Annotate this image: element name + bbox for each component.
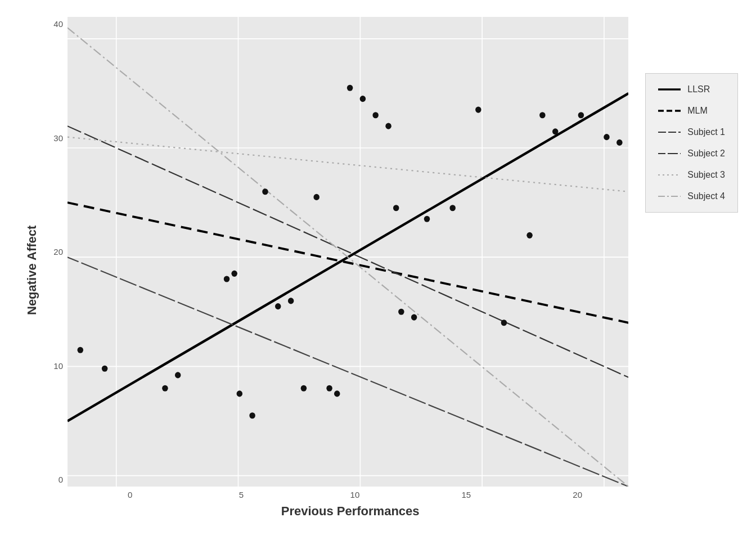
svg-point-41	[475, 107, 481, 113]
svg-point-32	[347, 85, 353, 91]
legend-item-subject2: Subject 2	[658, 148, 725, 159]
svg-point-30	[326, 385, 332, 392]
svg-point-25	[262, 188, 268, 195]
svg-point-48	[616, 140, 622, 146]
y-tick-30: 30	[46, 134, 63, 142]
legend-item-mlm: MLM	[658, 105, 725, 116]
plot-with-axes: 0 10 20 30 40	[46, 17, 628, 523]
svg-point-33	[360, 96, 366, 102]
legend-label-mlm: MLM	[687, 106, 708, 116]
legend-item-llsr: LLSR	[658, 84, 725, 95]
svg-point-27	[288, 298, 294, 304]
svg-point-24	[249, 412, 255, 418]
y-tick-labels: 0 10 20 30 40	[46, 17, 68, 487]
svg-point-37	[398, 309, 404, 315]
legend-label-subject3: Subject 3	[687, 170, 725, 180]
svg-point-34	[372, 112, 378, 118]
svg-point-44	[539, 112, 545, 118]
y-tick-0: 0	[46, 475, 63, 484]
svg-point-45	[552, 128, 558, 134]
svg-point-39	[424, 216, 430, 222]
svg-point-35	[385, 123, 391, 129]
legend-line-llsr	[658, 84, 681, 95]
y-tick-10: 10	[46, 362, 63, 370]
svg-point-19	[162, 385, 168, 392]
y-tick-20: 20	[46, 248, 63, 256]
svg-point-29	[313, 194, 319, 200]
legend-line-subject4	[658, 191, 681, 202]
svg-point-36	[393, 205, 399, 211]
svg-point-17	[78, 347, 83, 353]
svg-point-31	[334, 390, 340, 397]
svg-point-43	[526, 232, 532, 238]
x-axis-label: Previous Performances	[72, 500, 628, 523]
plot-svg	[68, 17, 628, 487]
chart-container: Negative Affect 0 10 20 30 40	[18, 17, 738, 523]
legend-label-subject2: Subject 2	[687, 148, 725, 159]
legend-item-subject1: Subject 1	[658, 127, 725, 138]
y-tick-40: 40	[46, 20, 63, 28]
svg-point-42	[501, 320, 507, 326]
chart-area: Negative Affect 0 10 20 30 40	[18, 17, 628, 523]
legend-line-subject1	[658, 127, 681, 138]
svg-point-26	[275, 303, 281, 309]
svg-point-23	[237, 390, 242, 397]
x-axis-area: 0 5 10 15 20	[72, 487, 628, 500]
svg-point-47	[604, 134, 609, 140]
svg-point-20	[175, 372, 181, 378]
svg-point-22	[231, 271, 237, 277]
legend-line-subject2	[658, 148, 681, 159]
svg-point-18	[102, 366, 107, 372]
svg-point-21	[224, 276, 230, 282]
plot-svg-container	[68, 17, 628, 487]
legend-line-mlm	[658, 105, 681, 116]
plot-row: 0 10 20 30 40	[46, 17, 628, 487]
legend-line-subject3	[658, 169, 681, 181]
legend-label-llsr: LLSR	[687, 84, 710, 94]
legend: LLSR MLM Subject 1 Subject 2	[645, 73, 738, 213]
svg-point-38	[411, 314, 417, 320]
legend-item-subject3: Subject 3	[658, 169, 725, 181]
svg-point-40	[449, 205, 455, 211]
chart-inner: Negative Affect 0 10 20 30 40	[18, 17, 628, 523]
svg-point-46	[578, 112, 584, 118]
svg-point-28	[301, 385, 307, 392]
legend-item-subject4: Subject 4	[658, 191, 725, 202]
legend-label-subject4: Subject 4	[687, 191, 725, 201]
y-axis-label: Negative Affect	[18, 17, 46, 523]
legend-label-subject1: Subject 1	[687, 127, 725, 137]
